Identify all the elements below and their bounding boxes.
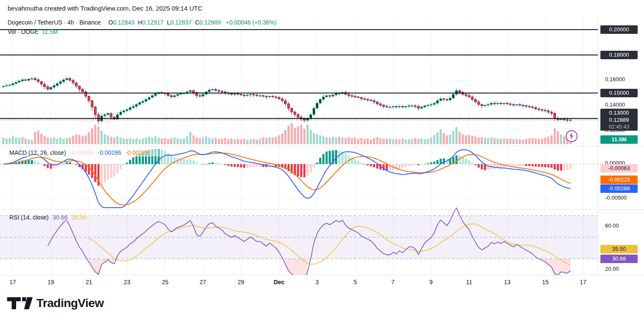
macd-value-badge: -0.00286	[600, 184, 638, 193]
ohlc-value: 0.12889	[199, 19, 221, 26]
macd-values: -0.00063-0.00286-0.00223	[70, 149, 153, 156]
macd-legend-value: -0.00063	[70, 149, 94, 156]
time-axis-label: 29	[238, 279, 244, 285]
time-axis-label: 15	[542, 279, 549, 285]
volume-label: Vol · DOGE	[8, 28, 39, 35]
rsi-values: 30.6635.50	[53, 214, 91, 221]
ohlc-key: O	[108, 19, 113, 26]
tradingview-logo-text: TradingView	[36, 296, 104, 310]
time-axis-label: 13	[504, 279, 511, 285]
time-axis-label: 25	[162, 279, 169, 285]
ohlc-values: O0.12843H0.12917L0.12837C0.12889	[105, 19, 221, 26]
rsi-legend-value: 30.66	[53, 214, 68, 221]
ohlc-key: L	[167, 19, 170, 26]
lightning-icon	[567, 131, 576, 141]
macd-legend[interactable]: MACD (12, 26, close)-0.00063-0.00286-0.0…	[8, 149, 159, 156]
time-axis-label: 17	[9, 279, 16, 285]
boost-button[interactable]	[566, 130, 578, 142]
ohlc-value: 0.12917	[142, 19, 164, 26]
macd-value-badge: -0.00223	[600, 176, 638, 184]
tradingview-logo-mark	[7, 296, 33, 310]
volume-value: 11.5M	[42, 28, 58, 35]
price-level-badge: 0.15000	[600, 89, 638, 97]
macd-legend-value: -0.00286	[98, 149, 121, 156]
time-axis-label: 11	[466, 279, 473, 285]
attribution-text: bevahmutha created with TradingView.com,…	[8, 5, 202, 12]
macd-axis-label: -0.00500	[605, 195, 627, 201]
ohlc-key: H	[138, 19, 142, 26]
time-axis[interactable]: 17192123252729Dec357911131517	[0, 275, 644, 290]
time-axis-label: 19	[47, 279, 54, 285]
macd-value-badge: -0.00063	[600, 164, 638, 173]
rsi-value-badge: 30.66	[600, 255, 638, 263]
price-level-badge: 0.18000	[600, 51, 638, 59]
time-axis-label: 27	[199, 279, 206, 285]
price-axis-label: 0.14000	[605, 102, 625, 108]
header-bar: bevahmutha created with TradingView.com,…	[0, 0, 644, 17]
time-axis-label: Dec	[274, 279, 285, 285]
price-axis[interactable]: 0.160000.140000.120000.00000-0.0050060.0…	[598, 17, 644, 275]
ohlc-key: C	[195, 19, 199, 26]
symbol-legend[interactable]: Dogecoin / TetherUS · 4h · BinanceO0.128…	[8, 19, 276, 26]
time-axis-label: 9	[429, 279, 433, 285]
price-axis-label: 0.16000	[605, 76, 625, 83]
ohlc-value: 0.12837	[170, 19, 192, 26]
rsi-legend[interactable]: RSI (14, close)30.6635.50	[8, 214, 97, 221]
rsi-value-badge: 35.50	[600, 245, 638, 253]
rsi-axis-label: 20.00	[605, 266, 619, 272]
macd-label: MACD (12, 26, close)	[9, 149, 66, 156]
bar-countdown: 02:45:43	[600, 123, 638, 131]
tradingview-logo[interactable]: TradingView	[7, 295, 104, 312]
volume-badge: 11.5M	[600, 135, 638, 144]
change-value: +0.00046 (+0.36%)	[226, 19, 276, 26]
rsi-axis-label: 60.00	[605, 222, 619, 229]
volume-pane	[3, 123, 572, 144]
rsi-legend-value: 35.50	[72, 214, 87, 221]
footer-bar: TradingView	[0, 290, 644, 321]
price-pane	[0, 30, 598, 124]
time-axis-label: 5	[354, 279, 357, 285]
rsi-label: RSI (14, close)	[9, 214, 49, 221]
chart-canvas[interactable]	[0, 0, 644, 321]
time-axis-label: 21	[86, 279, 92, 285]
macd-legend-value: -0.00223	[125, 149, 149, 156]
ohlc-value: 0.12843	[113, 19, 135, 26]
price-level-badge: 0.20000	[600, 25, 638, 34]
last-price-badge: 0.1288902:45:43	[600, 115, 638, 131]
time-axis-label: 23	[124, 279, 130, 285]
time-axis-label: 17	[580, 279, 586, 285]
volume-legend[interactable]: Vol · DOGE11.5M	[8, 28, 58, 35]
time-axis-label: 7	[391, 279, 395, 285]
time-axis-label: 3	[315, 279, 319, 285]
symbol-title[interactable]: Dogecoin / TetherUS · 4h · Binance	[8, 19, 101, 26]
